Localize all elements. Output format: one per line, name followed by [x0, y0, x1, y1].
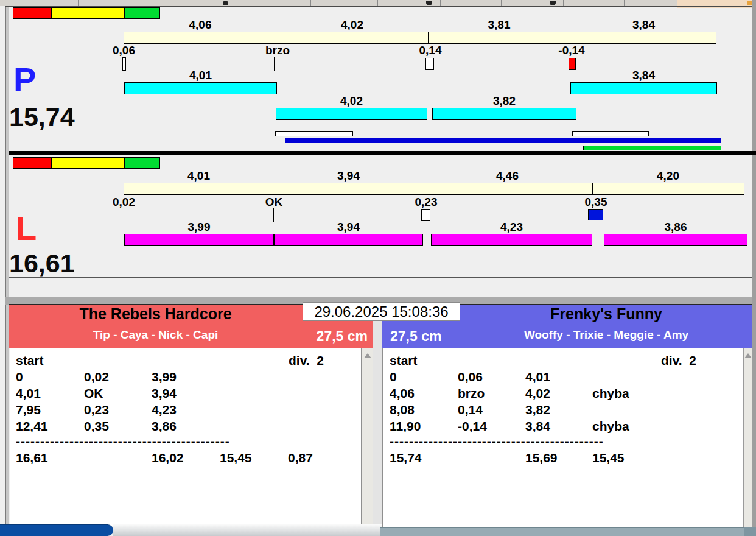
team-right-jump-height: 27,5 cm: [390, 328, 463, 345]
lane-p-letter: P: [13, 65, 36, 95]
lane-p-mark-tick-2: [274, 57, 275, 71]
toolbar-glyph-fragment: [426, 1, 432, 5]
status-light-yellow2: [88, 8, 125, 18]
status-light-red: [13, 8, 52, 18]
window-right-border: [752, 0, 756, 536]
lane-p-progress-bar-green: [583, 146, 721, 150]
team-left-dogs: Tip - Caya - Nick - Capi: [9, 328, 303, 342]
lane-p-bottom-rule: [9, 130, 752, 130]
team-left-best-possible: 15,45: [220, 451, 252, 465]
toolbar-separator: [78, 0, 79, 6]
team-left-jump-height: 27,5 cm: [304, 328, 368, 345]
lane-p-mark-label-2: brzo: [247, 44, 308, 56]
scroll-up-icon[interactable]: [364, 353, 371, 358]
team-right-division: div. 2: [661, 353, 696, 368]
lane-p-mark-label-3: 0,14: [400, 44, 461, 56]
table-cell: 0,35: [84, 419, 109, 434]
lane-l-mark-label-4: 0,35: [565, 196, 626, 208]
table-cell: 3,99: [152, 370, 177, 384]
team-left-separator: ----------------------------------------…: [16, 434, 230, 448]
datetime-display: 29.06.2025 15:08:36: [303, 302, 460, 321]
lane-l-mark-tick-3: [421, 209, 430, 221]
split-divider: [275, 183, 275, 194]
table-cell: chyba: [592, 386, 629, 401]
window-left-border: [5, 7, 9, 527]
team-left-name: The Rebels Hardcore: [9, 305, 303, 323]
lane-l-bottom-rule: [9, 277, 752, 278]
lane-l-letter: L: [16, 213, 37, 244]
split-divider: [572, 32, 572, 43]
lane-p-empty-bar-2: [572, 131, 649, 136]
lane-p-run1-label-2: 3,84: [570, 69, 717, 81]
lane-p-split-label-1: 4,06: [124, 19, 277, 30]
table-cell: 3,94: [152, 386, 177, 401]
split-divider: [424, 183, 424, 194]
lane-l-mark-label-3: 0,23: [396, 196, 457, 208]
lane-l-run-label-3: 4,23: [431, 221, 592, 233]
lane-l-run-bar-3: [431, 234, 592, 246]
team-right-scrollbar[interactable]: [743, 348, 752, 529]
table-cell: 4,01: [16, 386, 41, 401]
card-gap: [373, 304, 382, 527]
toolbar-separator: [310, 0, 311, 6]
toolbar-separator: [501, 0, 502, 6]
table-cell: 4,23: [152, 403, 177, 417]
team-left-total-time: 16,61: [16, 451, 48, 465]
lane-p-run2-label-2: 3,82: [432, 95, 576, 107]
lane-p-mark-tick-1: [122, 57, 126, 71]
table-cell: 7,95: [16, 403, 41, 417]
lane-p-run2-bar-2: [432, 108, 576, 120]
lane-l-mark-tick-4: [588, 209, 603, 220]
scroll-up-icon[interactable]: [744, 353, 752, 358]
table-cell: 3,82: [525, 403, 550, 417]
toolbar-separator: [624, 0, 625, 6]
lane-p-split-label-4: 3,84: [571, 19, 716, 30]
table-cell: 0,02: [84, 370, 109, 384]
lane-l-run-label-2: 3,94: [274, 221, 423, 233]
lane-l-split-label-3: 4,46: [423, 170, 592, 182]
taskbar-fragment[interactable]: [0, 524, 113, 536]
table-cell: 4,06: [390, 386, 415, 401]
lane-p-run2-bar-1: [276, 108, 427, 120]
table-cell: 0: [16, 370, 23, 384]
lane-p-split-bar: [124, 32, 716, 44]
split-divider: [592, 183, 593, 194]
team-left-start-label: start: [16, 353, 44, 368]
toolbar-fragment[interactable]: [0, 0, 756, 6]
table-cell: brzo: [458, 386, 485, 401]
lane-l-total-time: 16,61: [9, 250, 75, 277]
desktop-corner-fragment: [744, 527, 756, 536]
team-left-scrollbar[interactable]: [362, 348, 373, 526]
desktop-fragment: [113, 524, 382, 536]
lane-l-run-label-4: 3,86: [604, 221, 747, 233]
table-cell: 0,14: [458, 403, 483, 417]
team-left-difference: 0,87: [288, 451, 313, 465]
lane-p-run1-bar-2: [570, 82, 717, 94]
lane-l-status-lights: [13, 157, 160, 169]
lane-p-mark-tick-3: [425, 58, 434, 70]
split-divider: [278, 32, 278, 43]
flyball-timing-window: 4,06 4,02 3,81 3,84 0,06 brzo 0,14 -0,14…: [0, 0, 756, 536]
lane-p-status-lights: [13, 7, 160, 19]
status-light-yellow1: [52, 158, 88, 168]
table-cell: 4,01: [525, 370, 550, 384]
table-cell: 3,86: [152, 419, 177, 434]
lane-l-split-label-1: 4,01: [124, 170, 274, 182]
team-right-dogs: Wooffy - Trixie - Meggie - Amy: [460, 328, 752, 342]
toolbar-separator: [377, 0, 378, 6]
lane-p-mark-label-1: 0,06: [113, 44, 155, 56]
table-cell: -0,14: [458, 419, 487, 434]
lane-p-run1-label-1: 4,01: [124, 69, 277, 81]
toolbar-separator: [180, 0, 180, 6]
lane-p-empty-bar-1: [275, 131, 353, 136]
lane-l-split-label-4: 4,20: [592, 170, 744, 182]
team-left-division: div. 2: [289, 353, 324, 368]
split-divider: [428, 32, 429, 43]
team-right-best-possible: 15,45: [592, 451, 625, 465]
table-cell: 3,84: [525, 419, 550, 434]
table-cell: OK: [84, 386, 103, 401]
lane-p-run1-bar-1: [124, 82, 277, 94]
toolbar-glyph-fragment: [550, 1, 556, 5]
table-cell: 0: [390, 370, 397, 384]
toolbar-glyph-fragment: [223, 1, 228, 5]
